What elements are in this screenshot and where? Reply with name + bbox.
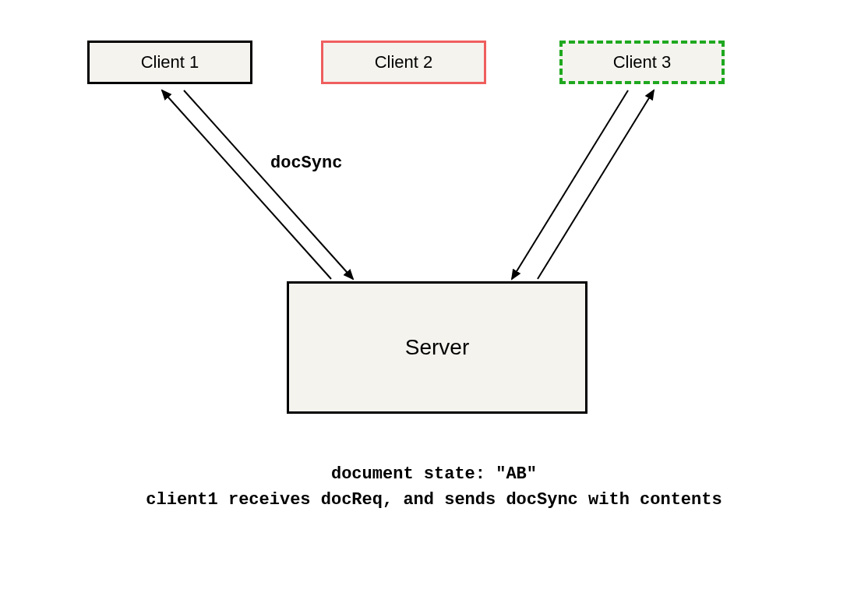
- client-3-label: Client 3: [613, 52, 672, 72]
- diagram-caption: document state: "AB" client1 receives do…: [0, 461, 868, 513]
- caption-line-2: client1 receives docReq, and sends docSy…: [0, 487, 868, 513]
- client-3-box: Client 3: [559, 41, 725, 84]
- client-1-box: Client 1: [87, 41, 252, 84]
- arrow-server-to-client1: [162, 90, 331, 279]
- arrow-server-to-client3: [538, 90, 654, 279]
- docsync-edge-label: docSync: [270, 154, 342, 173]
- arrow-client1-to-server: [184, 90, 353, 279]
- client-2-box: Client 2: [321, 41, 486, 84]
- server-box: Server: [287, 281, 587, 414]
- caption-line-1: document state: "AB": [0, 461, 868, 487]
- server-label: Server: [405, 335, 469, 360]
- client-2-label: Client 2: [375, 52, 433, 72]
- client-1-label: Client 1: [141, 52, 199, 72]
- arrow-client3-to-server: [512, 90, 628, 279]
